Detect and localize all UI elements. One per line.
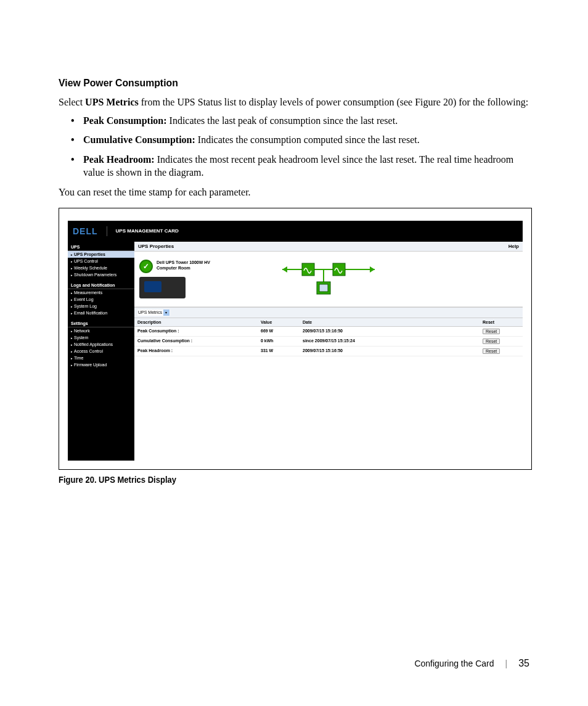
cell-date: 2009/07/15 15:16:50 bbox=[300, 327, 480, 336]
sidebar-item-network[interactable]: Network bbox=[68, 327, 134, 334]
intro-paragraph: Select UPS Metrics from the UPS Status l… bbox=[59, 96, 529, 109]
intro-pre: Select bbox=[59, 97, 85, 107]
ui-header: DELL UPS MANAGEMENT CARD bbox=[68, 221, 523, 242]
section-heading: View Power Consumption bbox=[59, 77, 497, 89]
bullet-text: Indicates the last peak of consumption s… bbox=[169, 115, 398, 126]
device-image bbox=[139, 277, 186, 298]
cell-desc: Peak Consumption : bbox=[134, 327, 258, 336]
sidebar-item-measurements[interactable]: Measurements bbox=[68, 289, 134, 296]
ui-header-title: UPS MANAGEMENT CARD bbox=[116, 228, 179, 234]
page-footer: Configuring the Card | 35 bbox=[414, 658, 529, 669]
sidebar-item-system-log[interactable]: System Log bbox=[68, 303, 134, 310]
bullet-list: Peak Consumption: Indicates the last pea… bbox=[59, 114, 529, 179]
sidebar-group-logs: Logs and Notification bbox=[68, 282, 134, 289]
bullet-item: Cumulative Consumption: Indicates the co… bbox=[83, 133, 529, 147]
reset-button[interactable]: Reset bbox=[483, 339, 500, 344]
device-line2: Computer Room bbox=[157, 265, 210, 271]
table-row: Cumulative Consumption : 0 kWh since 200… bbox=[134, 337, 523, 347]
sidebar-item-notified-applications[interactable]: Notified Applications bbox=[68, 341, 134, 348]
ui-screenshot: DELL UPS MANAGEMENT CARD UPS UPS Propert… bbox=[68, 221, 523, 461]
cell-desc: Peak Headroom : bbox=[134, 347, 258, 356]
sidebar-item-ups-control[interactable]: UPS Control bbox=[68, 258, 134, 265]
sidebar-group-settings: Settings bbox=[68, 320, 134, 327]
sidebar-item-ups-properties[interactable]: UPS Properties bbox=[68, 251, 134, 258]
sidebar: UPS UPS Properties UPS Control Weekly Sc… bbox=[68, 242, 134, 461]
svg-marker-4 bbox=[370, 266, 375, 273]
cell-desc: Cumulative Consumption : bbox=[134, 337, 258, 346]
bullet-label: Peak Headroom: bbox=[83, 154, 157, 165]
metrics-dropdown[interactable]: UPS Metrics ▾ bbox=[137, 310, 170, 316]
dropdown-value: UPS Metrics bbox=[138, 310, 162, 314]
sidebar-group-ups: UPS bbox=[68, 244, 134, 251]
svg-rect-9 bbox=[319, 284, 328, 292]
panel-header: UPS Properties Help bbox=[134, 242, 523, 252]
sidebar-item-system[interactable]: System bbox=[68, 334, 134, 341]
bullet-label: Cumulative Consumption: bbox=[83, 134, 198, 145]
bullet-text: Indicates the consumption computed since… bbox=[198, 134, 420, 145]
device-line1: Dell UPS Tower 1000W HV bbox=[157, 260, 210, 266]
table-row: Peak Consumption : 669 W 2009/07/15 15:1… bbox=[134, 327, 523, 337]
svg-rect-7 bbox=[333, 263, 345, 276]
bullet-item: Peak Headroom: Indicates the most recent… bbox=[83, 153, 529, 179]
col-value: Value bbox=[258, 318, 300, 326]
cell-val: 331 W bbox=[258, 347, 300, 356]
reset-button[interactable]: Reset bbox=[483, 348, 500, 354]
cell-date: since 2009/07/15 15:15:24 bbox=[300, 337, 480, 346]
footer-page-number: 35 bbox=[518, 658, 529, 669]
svg-marker-1 bbox=[282, 266, 287, 273]
footer-separator: | bbox=[505, 659, 508, 668]
panel-title: UPS Properties bbox=[138, 244, 174, 249]
overview-area: ✓ Dell UPS Tower 1000W HV Computer Room bbox=[134, 252, 523, 307]
figure-frame: DELL UPS MANAGEMENT CARD UPS UPS Propert… bbox=[59, 208, 532, 470]
cell-val: 669 W bbox=[258, 327, 300, 336]
svg-rect-6 bbox=[302, 263, 314, 276]
sidebar-item-firmware-upload[interactable]: Firmware Upload bbox=[68, 361, 134, 368]
table-header: Description Value Date Reset bbox=[134, 318, 523, 327]
sidebar-item-time[interactable]: Time bbox=[68, 355, 134, 361]
metrics-selector-bar: UPS Metrics ▾ bbox=[134, 307, 523, 318]
reset-button[interactable]: Reset bbox=[483, 329, 500, 334]
intro-bold: UPS Metrics bbox=[85, 97, 139, 107]
cell-val: 0 kWh bbox=[258, 337, 300, 346]
bullet-label: Peak Consumption: bbox=[83, 115, 169, 126]
dell-logo: DELL bbox=[73, 226, 107, 236]
sidebar-item-weekly-schedule[interactable]: Weekly Schedule bbox=[68, 265, 134, 271]
device-info: Dell UPS Tower 1000W HV Computer Room bbox=[157, 260, 210, 272]
help-link[interactable]: Help bbox=[508, 244, 519, 249]
sidebar-item-access-control[interactable]: Access Control bbox=[68, 348, 134, 355]
col-date: Date bbox=[300, 318, 480, 326]
figure-caption: Figure 20. UPS Metrics Display bbox=[59, 475, 497, 485]
sidebar-item-email-notification[interactable]: Email Notification bbox=[68, 310, 134, 316]
chevron-down-icon: ▾ bbox=[163, 310, 169, 316]
bullet-item: Peak Consumption: Indicates the last pea… bbox=[83, 114, 529, 128]
table-row: Peak Headroom : 331 W 2009/07/15 15:16:5… bbox=[134, 347, 523, 356]
col-description: Description bbox=[134, 318, 258, 326]
after-paragraph: You can reset the time stamp for each pa… bbox=[59, 186, 529, 199]
sidebar-item-event-log[interactable]: Event Log bbox=[68, 296, 134, 303]
main-panel: UPS Properties Help ✓ Dell UPS Tower 100… bbox=[134, 242, 523, 461]
intro-post: from the UPS Status list to display leve… bbox=[139, 97, 528, 107]
col-reset: Reset bbox=[480, 318, 523, 326]
power-flow-diagram bbox=[282, 260, 375, 297]
cell-date: 2009/07/15 15:16:50 bbox=[300, 347, 480, 356]
sidebar-item-shutdown-parameters[interactable]: Shutdown Parameters bbox=[68, 271, 134, 278]
footer-section: Configuring the Card bbox=[414, 659, 494, 668]
status-ok-icon: ✓ bbox=[139, 260, 153, 273]
